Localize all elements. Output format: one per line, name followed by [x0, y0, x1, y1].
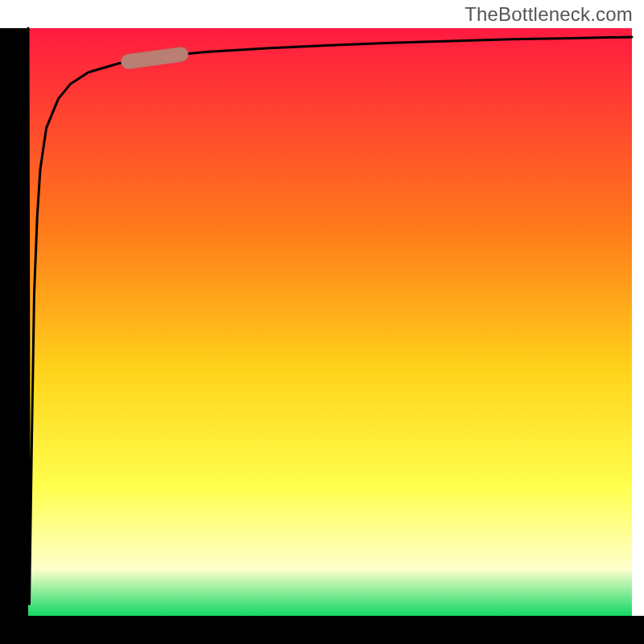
- highlight-pill-outline: [129, 55, 181, 62]
- axis-left: [0, 28, 28, 644]
- chart-container: TheBottleneck.com: [0, 0, 644, 644]
- chart-svg: [0, 0, 644, 644]
- plot-background: [28, 28, 632, 616]
- axis-bottom: [0, 616, 644, 644]
